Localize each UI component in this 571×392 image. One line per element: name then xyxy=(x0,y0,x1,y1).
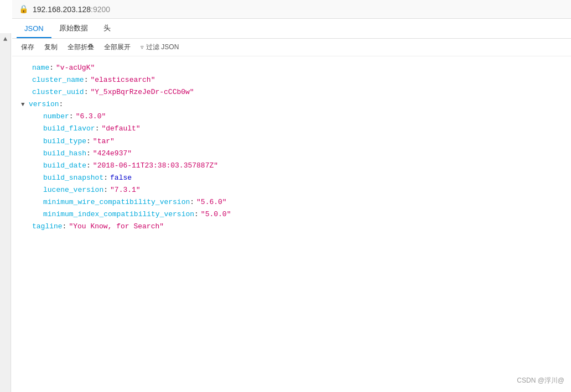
json-line-build-snapshot: build_snapshot : false xyxy=(21,172,562,184)
json-line-build-flavor: build_flavor : "default" xyxy=(21,123,562,135)
val-build-snapshot: false xyxy=(110,172,132,184)
json-line-version: ▼ version : xyxy=(21,98,562,111)
tab-json[interactable]: JSON xyxy=(17,20,51,38)
tabs-row: JSON 原始数据 头 xyxy=(12,19,571,39)
val-min-index: "5.0.0" xyxy=(201,208,231,221)
key-build-flavor: build_flavor xyxy=(32,123,95,135)
address-port: :9200 xyxy=(91,5,110,14)
key-build-date: build_date xyxy=(32,160,86,172)
key-build-hash: build_hash xyxy=(32,148,86,160)
address-text: 192.168.203.128:9200 xyxy=(33,5,110,14)
val-build-date: "2018-06-11T23:38:03.357887Z" xyxy=(93,160,218,172)
json-content: name : "v-acUgK" cluster_name : "elastic… xyxy=(12,56,571,238)
key-tagline: tagline xyxy=(21,221,63,233)
json-line-cluster-name: cluster_name : "elasticsearch" xyxy=(21,74,562,86)
val-lucene-version: "7.3.1" xyxy=(110,184,141,196)
key-number: number xyxy=(32,111,69,123)
tab-headers[interactable]: 头 xyxy=(96,19,118,39)
left-nav: ▲ ▼ xyxy=(0,33,11,238)
val-min-wire: "5.6.0" xyxy=(196,196,227,208)
collapse-all-button[interactable]: 全部折叠 xyxy=(63,41,98,54)
val-build-hash: "424e937" xyxy=(93,148,132,160)
val-build-type: "tar" xyxy=(93,135,115,148)
expand-all-button[interactable]: 全部展开 xyxy=(100,41,135,54)
address-host: 192.168.203.128 xyxy=(33,5,91,14)
json-line-build-type: build_type : "tar" xyxy=(21,135,562,148)
toolbar: 保存 复制 全部折叠 全部展开 ▿ 过滤 JSON xyxy=(12,39,571,56)
filter-button[interactable]: ▿ 过滤 JSON xyxy=(136,41,183,54)
val-build-flavor: "default" xyxy=(101,123,140,135)
json-line-build-hash: build_hash : "424e937" xyxy=(21,148,562,160)
key-name: name xyxy=(21,62,49,74)
tab-raw[interactable]: 原始数据 xyxy=(51,19,96,39)
filter-label: 过滤 JSON xyxy=(146,43,179,52)
address-bar: 🔒 192.168.203.128:9200 xyxy=(12,0,571,19)
key-build-type: build_type xyxy=(32,135,86,148)
val-name: "v-acUgK" xyxy=(56,62,95,74)
json-line-min-wire: minimum_wire_compatibility_version : "5.… xyxy=(21,196,562,208)
key-lucene-version: lucene_version xyxy=(32,184,103,196)
json-line-lucene-version: lucene_version : "7.3.1" xyxy=(21,184,562,196)
key-min-index: minimum_index_compatibility_version xyxy=(32,208,194,221)
val-tagline: "You Know, for Search" xyxy=(69,221,164,233)
json-line-cluster-uuid: cluster_uuid : "Y_5xpBqrRzeJeDr-cCCb0w" xyxy=(21,86,562,98)
key-cluster-name: cluster_name xyxy=(21,74,84,86)
key-build-snapshot: build_snapshot xyxy=(32,172,103,184)
json-line-tagline: tagline : "You Know, for Search" xyxy=(21,221,562,233)
val-cluster-name: "elasticsearch" xyxy=(90,74,155,86)
key-min-wire: minimum_wire_compatibility_version xyxy=(32,196,190,208)
json-line-min-index: minimum_index_compatibility_version : "5… xyxy=(21,208,562,221)
json-line-build-date: build_date : "2018-06-11T23:38:03.357887… xyxy=(21,160,562,172)
val-cluster-uuid: "Y_5xpBqrRzeJeDr-cCCb0w" xyxy=(90,86,194,98)
filter-icon: ▿ xyxy=(141,44,144,51)
val-number: "6.3.0" xyxy=(76,111,106,123)
json-line-name: name : "v-acUgK" xyxy=(21,62,562,74)
nav-arrow-up[interactable]: ▲ xyxy=(1,33,9,45)
collapse-version-arrow[interactable]: ▼ xyxy=(21,100,29,110)
json-line-number: number : "6.3.0" xyxy=(21,111,562,123)
copy-button[interactable]: 复制 xyxy=(40,41,62,54)
lock-icon: 🔒 xyxy=(19,4,28,14)
save-button[interactable]: 保存 xyxy=(17,41,39,54)
key-cluster-uuid: cluster_uuid xyxy=(21,86,84,98)
key-version: version xyxy=(29,98,59,111)
